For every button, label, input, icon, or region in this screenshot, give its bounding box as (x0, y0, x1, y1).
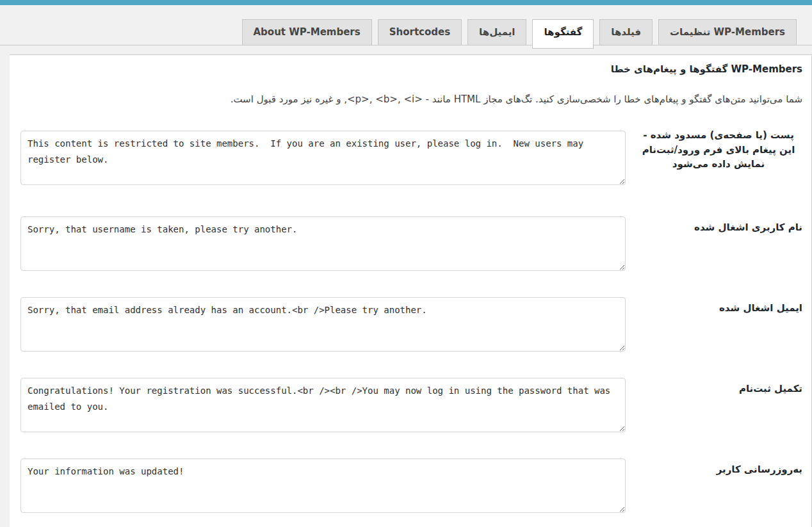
registration-complete-textarea[interactable]: Congratulations! Your registration was s… (20, 378, 626, 432)
dialogs-settings-panel: WP-Members گفتگوها و پیغام‌های خطا شما م… (10, 54, 812, 527)
page-description: شما می‌توانید متن‌های گفتگو و پیغام‌های … (20, 93, 802, 105)
restricted-post-label: پست (یا صفحه‌ی) مسدود شده - این پیغام با… (626, 123, 802, 209)
username-taken-label: نام کاربری اشغال شده (626, 209, 802, 289)
tab-about-wp-members[interactable]: About WP-Members (242, 19, 372, 45)
table-row: نام کاربری اشغال شده Sorry, that usernam… (20, 209, 802, 289)
dialogs-form-table: پست (یا صفحه‌ی) مسدود شده - این پیغام با… (20, 123, 802, 527)
user-update-label: به‌روزرسانی کاربر (626, 451, 802, 527)
table-cell: Your information was updated! (20, 451, 626, 527)
admin-top-accent-bar (0, 0, 812, 5)
email-taken-label: ایمیل اشغال شده (626, 289, 802, 370)
email-taken-textarea[interactable]: Sorry, that email address already has an… (20, 297, 626, 352)
table-cell: Congratulations! Your registration was s… (20, 370, 626, 451)
user-update-textarea[interactable]: Your information was updated! (20, 458, 626, 513)
restricted-post-textarea[interactable]: This content is restricted to site membe… (20, 131, 626, 185)
page-title: WP-Members گفتگوها و پیغام‌های خطا (20, 55, 802, 75)
tab-dialogs[interactable]: گفتگوها (532, 19, 594, 49)
table-row: پست (یا صفحه‌ی) مسدود شده - این پیغام با… (20, 123, 802, 209)
table-cell: Sorry, that username is taken, please tr… (20, 209, 626, 289)
tab-fields[interactable]: فیلدها (599, 19, 653, 45)
header-gap (0, 45, 812, 54)
tab-emails[interactable]: ایمیل‌ها (467, 19, 526, 45)
table-row: ایمیل اشغال شده Sorry, that email addres… (20, 289, 802, 370)
tab-shortcodes[interactable]: Shortcodes (378, 19, 462, 45)
table-cell: Sorry, that email address already has an… (20, 289, 626, 370)
table-row: به‌روزرسانی کاربر Your information was u… (20, 451, 802, 527)
tab-wp-members-settings[interactable]: WP-Members تنظیمات (658, 19, 797, 45)
table-row: تکمیل ثبت‌نام Congratulations! Your regi… (20, 370, 802, 451)
nav-tab-bar: WP-Members تنظیمات فیلدها گفتگوها ایمیل‌… (0, 19, 812, 45)
table-cell: This content is restricted to site membe… (20, 123, 626, 209)
wp-members-dialogs-page: { "topbar": { "accent_color": "#4fa6c5" … (0, 0, 812, 527)
settings-header: WP-Members تنظیمات فیلدها گفتگوها ایمیل‌… (0, 19, 812, 54)
registration-complete-label: تکمیل ثبت‌نام (626, 370, 802, 451)
username-taken-textarea[interactable]: Sorry, that username is taken, please tr… (20, 216, 626, 271)
